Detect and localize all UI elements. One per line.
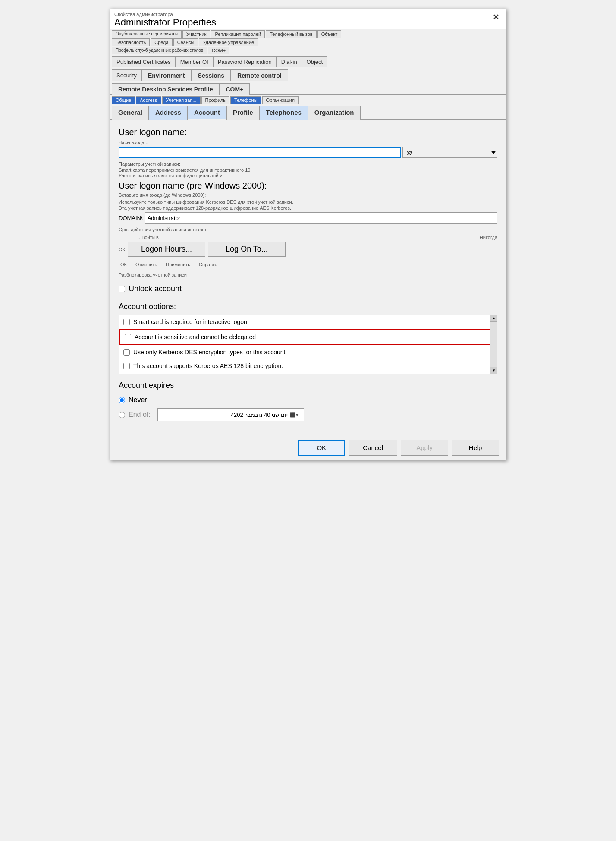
never-radio-label: Never: [129, 396, 147, 404]
logon-hours-note-label: Часы входа...: [119, 140, 497, 145]
tab-security-ru[interactable]: Безопасность: [112, 38, 150, 46]
help-button[interactable]: Help: [452, 440, 499, 456]
account-expires-heading: Account expires: [119, 381, 497, 390]
tab-address-ru[interactable]: Address: [136, 96, 161, 104]
tab-profile-ru[interactable]: Профиль: [201, 96, 230, 104]
admin-input[interactable]: [145, 212, 497, 224]
tab-row-2: Безопасность Среда Сеансы Удаленное упра…: [110, 38, 506, 46]
tab-row-1: Опубликованные сертификаты Участник Репл…: [110, 29, 506, 38]
cancel-small-label: Отменить: [135, 262, 157, 267]
tab-general[interactable]: General: [112, 106, 149, 120]
small-labels-row: ОК Отменить Применить Справка: [120, 262, 497, 267]
log-on-to-button[interactable]: Log On To...: [208, 242, 286, 257]
dialog-title: Administrator Properties: [114, 17, 216, 28]
option-aes: This account supports Kerberos AES 128 b…: [119, 359, 497, 374]
option-smart-card: Smart card is required for interactive l…: [119, 315, 497, 329]
options-scroll-up[interactable]: ▲: [490, 315, 497, 322]
tab-dialin-ru[interactable]: Телефонный вызов: [266, 30, 316, 38]
unlock-account-row: Разблокировка учетной записи: [119, 272, 497, 277]
sensitive-checkbox[interactable]: [125, 334, 131, 340]
des-checkbox[interactable]: [123, 349, 130, 356]
dialog-subtitle: Свойства администратора: [114, 12, 216, 17]
domain-select[interactable]: @: [402, 147, 497, 158]
tab-remote-control[interactable]: Remote control: [231, 69, 288, 81]
tab-telephones[interactable]: Telephones: [260, 106, 308, 120]
unlock-note: Разблокировка учетной записи: [119, 272, 187, 277]
expires-note: Срок действия учетной записи истекает: [119, 227, 497, 232]
active-tab-row: General Address Account Profile Telephon…: [110, 104, 506, 120]
tab-password-replication[interactable]: Password Replication: [213, 56, 277, 67]
tab-rdp-ru[interactable]: Профиль служб удаленных рабочих столов: [112, 47, 207, 54]
domain-select-wrapper: @: [402, 147, 497, 158]
tab-security-en[interactable]: Security: [112, 69, 141, 81]
aes-label: This account supports Kerberos AES 128 b…: [133, 362, 283, 369]
windows2000-label: User logon name (pre-Windows 2000):: [119, 181, 497, 191]
tab-sessions[interactable]: Sessions: [192, 69, 231, 81]
logon-hours-buttons: ОК Logon Hours... Log On To...: [119, 242, 286, 257]
windows2000-input-row: DOMAIN\: [119, 212, 497, 224]
end-note: ...Войти в: [138, 235, 286, 240]
never-radio-row: Never: [119, 394, 497, 406]
tab-address[interactable]: Address: [149, 106, 188, 120]
logon-hours-button[interactable]: Logon Hours...: [128, 242, 205, 257]
ru-en-mixed-tab-row: Общие Address Учетная зап... Профиль Тел…: [110, 95, 506, 104]
tab-dial-in[interactable]: Dial-in: [277, 56, 302, 67]
options-scrollbar: ▲ ▼: [490, 315, 497, 374]
never-note: Никогда: [480, 235, 497, 240]
unlock-label: Unlock account: [129, 284, 182, 293]
sensitive-label: Account is sensitive and cannot be deleg…: [135, 334, 256, 340]
ok-button[interactable]: OK: [298, 440, 345, 456]
aes-note: Эта учетная запись поддерживает 128-разр…: [119, 205, 497, 211]
logon-input-row: @: [119, 147, 497, 158]
close-button[interactable]: ✕: [490, 12, 502, 23]
tab-remote-ru[interactable]: Удаленное управление: [199, 38, 258, 46]
tab-org-ru[interactable]: Организация: [262, 96, 299, 104]
tab-profile[interactable]: Profile: [226, 106, 260, 120]
tab-com-ru[interactable]: COM+: [208, 47, 229, 54]
tab-published-certs-ru[interactable]: Опубликованные сертификаты: [112, 30, 182, 38]
tab-general-ru[interactable]: Общие: [112, 96, 135, 104]
main-tab-row-mid: Security Environment Sessions Remote con…: [110, 67, 506, 81]
options-scroll-down[interactable]: ▼: [490, 367, 497, 374]
tab-published-certs[interactable]: Published Certificates: [112, 56, 176, 67]
tab-member-ru[interactable]: Участник: [182, 30, 210, 38]
option-des: Use only Kerberos DES encryption types f…: [119, 345, 497, 359]
konec-label: ОК: [119, 247, 125, 252]
tab-com-plus[interactable]: COM+: [219, 83, 250, 95]
date-picker-btn[interactable]: ⬛▾: [288, 411, 300, 419]
tab-organization[interactable]: Organization: [308, 106, 361, 120]
domain-prefix: DOMAIN\: [119, 215, 143, 221]
help-small-label: Справка: [199, 262, 217, 267]
account-options-box: Smart card is required for interactive l…: [119, 315, 497, 374]
aes-checkbox[interactable]: [123, 363, 130, 369]
tab-env-ru[interactable]: Среда: [151, 38, 172, 46]
des-label: Use only Kerberos DES encryption types f…: [133, 349, 286, 356]
tab-telephones-ru[interactable]: Телефоны: [230, 96, 261, 104]
never-radio[interactable]: [119, 397, 125, 403]
account-options-heading: Account options:: [119, 302, 497, 311]
end-of-radio[interactable]: [119, 412, 125, 418]
logon-hours-row: ...Войти в ОК Logon Hours... Log On To..…: [119, 235, 497, 257]
logon-name-input[interactable]: [119, 147, 401, 158]
content-area: User logon name: Часы входа... @ Парамет…: [110, 120, 506, 435]
windows2000-note: Вставьте имя входа (до Windows 2000):: [119, 192, 497, 198]
cancel-button[interactable]: Cancel: [349, 440, 397, 456]
unlock-checkbox[interactable]: [119, 286, 125, 292]
tab-sessions-ru[interactable]: Сеансы: [173, 38, 198, 46]
apply-button[interactable]: Apply: [401, 440, 448, 456]
tab-object[interactable]: Object: [302, 56, 328, 67]
main-tab-row-rdp: Remote Desktop Services Profile COM+: [110, 81, 506, 95]
tab-row-3: Профиль служб удаленных рабочих столов C…: [110, 46, 506, 54]
tab-member-of[interactable]: Member Of: [176, 56, 213, 67]
tab-rdp-profile[interactable]: Remote Desktop Services Profile: [112, 83, 219, 95]
end-of-radio-label: End of:: [129, 411, 151, 419]
tab-object-ru[interactable]: Объект: [317, 30, 341, 38]
title-bar: Свойства администратора Administrator Pr…: [110, 9, 506, 29]
tab-account-ru[interactable]: Учетная зап...: [162, 96, 201, 104]
smart-card-checkbox[interactable]: [123, 319, 130, 325]
end-of-radio-row: End of: יום שני 04 נובמבר 2024 ⬛▾: [119, 406, 497, 423]
tab-account[interactable]: Account: [188, 106, 226, 120]
account-options-note: Параметры учетной записи:: [119, 161, 497, 167]
tab-replication-ru[interactable]: Репликация паролей: [211, 30, 265, 38]
tab-environment[interactable]: Environment: [141, 69, 192, 81]
